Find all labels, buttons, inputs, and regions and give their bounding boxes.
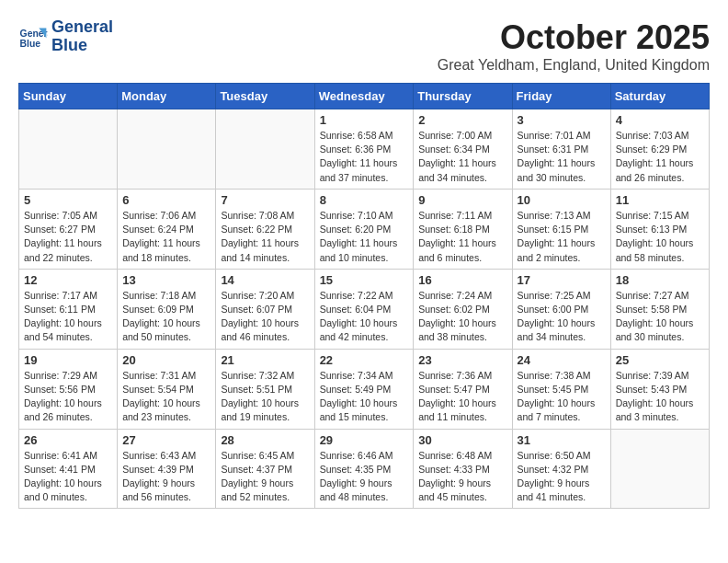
day-info: Sunrise: 7:34 AM Sunset: 5:49 PM Dayligh… xyxy=(320,369,409,425)
day-number: 6 xyxy=(122,193,210,207)
day-info: Sunrise: 6:45 AM Sunset: 4:37 PM Dayligh… xyxy=(221,449,309,505)
day-number: 18 xyxy=(616,273,704,287)
day-info: Sunrise: 6:41 AM Sunset: 4:41 PM Dayligh… xyxy=(24,449,112,505)
calendar-cell: 27Sunrise: 6:43 AM Sunset: 4:39 PM Dayli… xyxy=(118,429,216,509)
calendar-week-row: 5Sunrise: 7:05 AM Sunset: 6:27 PM Daylig… xyxy=(19,189,710,269)
day-number: 25 xyxy=(616,353,704,367)
calendar-cell: 7Sunrise: 7:08 AM Sunset: 6:22 PM Daylig… xyxy=(216,189,314,269)
day-number: 21 xyxy=(221,353,309,367)
weekday-header-thursday: Thursday xyxy=(414,84,512,109)
calendar-cell: 6Sunrise: 7:06 AM Sunset: 6:24 PM Daylig… xyxy=(118,189,216,269)
day-number: 29 xyxy=(320,433,409,447)
day-info: Sunrise: 7:10 AM Sunset: 6:20 PM Dayligh… xyxy=(320,209,409,265)
calendar-cell: 20Sunrise: 7:31 AM Sunset: 5:54 PM Dayli… xyxy=(118,349,216,429)
day-info: Sunrise: 7:18 AM Sunset: 6:09 PM Dayligh… xyxy=(122,289,210,345)
calendar-cell: 15Sunrise: 7:22 AM Sunset: 6:04 PM Dayli… xyxy=(314,269,414,349)
svg-text:Blue: Blue xyxy=(20,39,41,49)
day-number: 2 xyxy=(418,113,506,127)
day-number: 15 xyxy=(320,273,409,287)
calendar-cell: 28Sunrise: 6:45 AM Sunset: 4:37 PM Dayli… xyxy=(216,429,314,509)
day-number: 1 xyxy=(320,113,409,127)
weekday-header-sunday: Sunday xyxy=(19,84,118,109)
day-info: Sunrise: 6:43 AM Sunset: 4:39 PM Dayligh… xyxy=(122,449,210,505)
weekday-header-monday: Monday xyxy=(118,84,216,109)
calendar-cell: 21Sunrise: 7:32 AM Sunset: 5:51 PM Dayli… xyxy=(216,349,314,429)
calendar-cell: 1Sunrise: 6:58 AM Sunset: 6:36 PM Daylig… xyxy=(314,109,414,190)
day-info: Sunrise: 6:48 AM Sunset: 4:33 PM Dayligh… xyxy=(418,449,506,505)
day-number: 11 xyxy=(616,193,704,207)
calendar-cell: 22Sunrise: 7:34 AM Sunset: 5:49 PM Dayli… xyxy=(314,349,414,429)
logo-text-line2: Blue xyxy=(51,37,113,55)
day-info: Sunrise: 7:36 AM Sunset: 5:47 PM Dayligh… xyxy=(418,369,506,425)
day-number: 31 xyxy=(518,433,606,447)
day-info: Sunrise: 7:31 AM Sunset: 5:54 PM Dayligh… xyxy=(122,369,210,425)
day-info: Sunrise: 7:29 AM Sunset: 5:56 PM Dayligh… xyxy=(24,369,112,425)
day-number: 20 xyxy=(122,353,210,367)
day-info: Sunrise: 7:13 AM Sunset: 6:15 PM Dayligh… xyxy=(518,209,606,265)
day-number: 14 xyxy=(221,273,309,287)
calendar-cell xyxy=(118,109,216,190)
calendar-cell: 24Sunrise: 7:38 AM Sunset: 5:45 PM Dayli… xyxy=(512,349,610,429)
calendar-cell: 30Sunrise: 6:48 AM Sunset: 4:33 PM Dayli… xyxy=(414,429,512,509)
day-info: Sunrise: 7:11 AM Sunset: 6:18 PM Dayligh… xyxy=(418,209,506,265)
day-info: Sunrise: 7:08 AM Sunset: 6:22 PM Dayligh… xyxy=(221,209,309,265)
calendar-week-row: 26Sunrise: 6:41 AM Sunset: 4:41 PM Dayli… xyxy=(19,429,710,509)
calendar-table: SundayMondayTuesdayWednesdayThursdayFrid… xyxy=(18,83,710,509)
day-info: Sunrise: 7:01 AM Sunset: 6:31 PM Dayligh… xyxy=(518,129,606,185)
day-number: 28 xyxy=(221,433,309,447)
day-number: 4 xyxy=(616,113,704,127)
day-number: 13 xyxy=(122,273,210,287)
day-number: 22 xyxy=(320,353,409,367)
calendar-week-row: 19Sunrise: 7:29 AM Sunset: 5:56 PM Dayli… xyxy=(19,349,710,429)
calendar-cell: 5Sunrise: 7:05 AM Sunset: 6:27 PM Daylig… xyxy=(19,189,118,269)
calendar-header: SundayMondayTuesdayWednesdayThursdayFrid… xyxy=(19,84,710,109)
calendar-cell: 31Sunrise: 6:50 AM Sunset: 4:32 PM Dayli… xyxy=(512,429,610,509)
calendar-week-row: 12Sunrise: 7:17 AM Sunset: 6:11 PM Dayli… xyxy=(19,269,710,349)
calendar-cell xyxy=(19,109,118,190)
day-info: Sunrise: 6:46 AM Sunset: 4:35 PM Dayligh… xyxy=(320,449,409,505)
day-number: 12 xyxy=(24,273,112,287)
calendar-cell xyxy=(610,429,709,509)
logo-text-line1: General xyxy=(51,18,113,37)
day-info: Sunrise: 7:39 AM Sunset: 5:43 PM Dayligh… xyxy=(616,369,704,425)
calendar-cell: 25Sunrise: 7:39 AM Sunset: 5:43 PM Dayli… xyxy=(610,349,709,429)
day-info: Sunrise: 7:06 AM Sunset: 6:24 PM Dayligh… xyxy=(122,209,210,265)
day-number: 19 xyxy=(24,353,112,367)
day-info: Sunrise: 7:15 AM Sunset: 6:13 PM Dayligh… xyxy=(616,209,704,265)
day-info: Sunrise: 7:22 AM Sunset: 6:04 PM Dayligh… xyxy=(320,289,409,345)
month-title: October 2025 xyxy=(438,18,710,57)
calendar-cell: 26Sunrise: 6:41 AM Sunset: 4:41 PM Dayli… xyxy=(19,429,118,509)
day-info: Sunrise: 6:58 AM Sunset: 6:36 PM Dayligh… xyxy=(320,129,409,185)
day-info: Sunrise: 7:38 AM Sunset: 5:45 PM Dayligh… xyxy=(518,369,606,425)
day-info: Sunrise: 7:27 AM Sunset: 5:58 PM Dayligh… xyxy=(616,289,704,345)
calendar-cell: 12Sunrise: 7:17 AM Sunset: 6:11 PM Dayli… xyxy=(19,269,118,349)
calendar-cell: 13Sunrise: 7:18 AM Sunset: 6:09 PM Dayli… xyxy=(118,269,216,349)
calendar-cell: 17Sunrise: 7:25 AM Sunset: 6:00 PM Dayli… xyxy=(512,269,610,349)
logo-icon: General Blue xyxy=(18,22,48,52)
day-number: 7 xyxy=(221,193,309,207)
calendar-body: 1Sunrise: 6:58 AM Sunset: 6:36 PM Daylig… xyxy=(19,109,710,509)
day-info: Sunrise: 7:24 AM Sunset: 6:02 PM Dayligh… xyxy=(418,289,506,345)
calendar-cell: 8Sunrise: 7:10 AM Sunset: 6:20 PM Daylig… xyxy=(314,189,414,269)
weekday-header-row: SundayMondayTuesdayWednesdayThursdayFrid… xyxy=(19,84,710,109)
calendar-cell: 19Sunrise: 7:29 AM Sunset: 5:56 PM Dayli… xyxy=(19,349,118,429)
day-number: 30 xyxy=(418,433,506,447)
day-number: 8 xyxy=(320,193,409,207)
calendar-cell: 4Sunrise: 7:03 AM Sunset: 6:29 PM Daylig… xyxy=(610,109,709,190)
calendar-cell: 10Sunrise: 7:13 AM Sunset: 6:15 PM Dayli… xyxy=(512,189,610,269)
day-info: Sunrise: 6:50 AM Sunset: 4:32 PM Dayligh… xyxy=(518,449,606,505)
day-number: 17 xyxy=(518,273,606,287)
day-number: 27 xyxy=(122,433,210,447)
logo: General Blue General Blue xyxy=(18,18,113,55)
calendar-cell: 16Sunrise: 7:24 AM Sunset: 6:02 PM Dayli… xyxy=(414,269,512,349)
weekday-header-saturday: Saturday xyxy=(610,84,709,109)
day-info: Sunrise: 7:20 AM Sunset: 6:07 PM Dayligh… xyxy=(221,289,309,345)
weekday-header-friday: Friday xyxy=(512,84,610,109)
calendar-cell: 23Sunrise: 7:36 AM Sunset: 5:47 PM Dayli… xyxy=(414,349,512,429)
day-number: 3 xyxy=(518,113,606,127)
calendar-cell: 14Sunrise: 7:20 AM Sunset: 6:07 PM Dayli… xyxy=(216,269,314,349)
page-header: General Blue General Blue October 2025 G… xyxy=(18,18,710,74)
title-block: October 2025 Great Yeldham, England, Uni… xyxy=(438,18,710,74)
weekday-header-tuesday: Tuesday xyxy=(216,84,314,109)
day-number: 23 xyxy=(418,353,506,367)
